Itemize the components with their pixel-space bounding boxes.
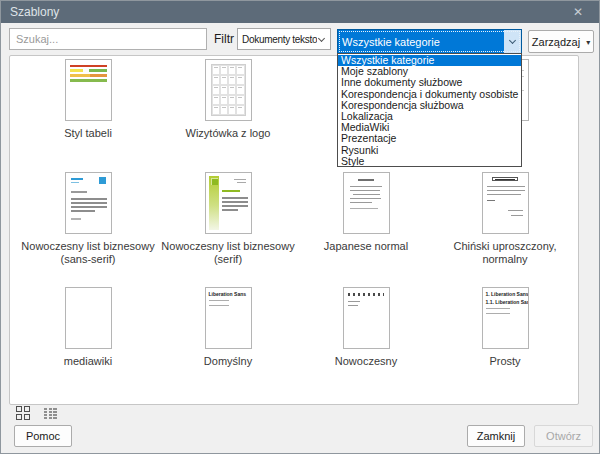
filter-label: Filtr [214, 28, 234, 50]
template-label: Nowoczesny list biznesowy (sans-serif) [21, 240, 154, 266]
template-thumbnail [205, 59, 252, 121]
close-icon[interactable]: ✕ [557, 1, 599, 23]
category-dropdown-list: Wszystkie kategorie Moje szablony Inne d… [337, 53, 522, 167]
template-item-prosty[interactable]: 1. Liberation Sans 1.1. Liberation Sans … [435, 287, 575, 368]
help-button[interactable]: Pomoc [14, 425, 72, 447]
template-thumbnail [205, 172, 252, 234]
manage-button[interactable]: Zarządzaj ▾ [528, 30, 594, 53]
category-option-style[interactable]: Style [338, 156, 521, 167]
template-label: Styl tabeli [64, 127, 112, 140]
template-thumbnail [482, 172, 529, 234]
template-thumbnail: 1. Liberation Sans 1.1. Liberation Sans [482, 287, 529, 349]
thumb-text: 1. Liberation Sans [486, 291, 529, 297]
templates-dialog: Szablony ✕ Filtr Dokumenty tekstowe Wszy… [0, 0, 600, 454]
template-thumbnail [65, 172, 112, 234]
manage-button-label: Zarządzaj [532, 36, 580, 48]
close-button-label: Zamknij [477, 430, 516, 442]
template-thumbnail [343, 287, 390, 349]
category-option-moje-szablony[interactable]: Moje szablony [338, 66, 521, 77]
thumb-text: 1.1. Liberation Sans [486, 299, 529, 305]
template-label: Chiński uproszczony, normalny [435, 240, 575, 266]
search-input[interactable] [9, 28, 207, 50]
close-dialog-button[interactable]: Zamknij [467, 425, 525, 447]
titlebar: Szablony [1, 1, 599, 23]
category-option-korespondencja-sluzbowa[interactable]: Korespondencja służbowa [338, 100, 521, 111]
category-option-rysunki[interactable]: Rysunki [338, 145, 521, 156]
template-label: Domyślny [204, 355, 252, 368]
combobox-arrow-button[interactable] [504, 30, 521, 53]
template-label: Nowoczesny [335, 355, 397, 368]
template-label: Wizytówka z logo [186, 127, 271, 140]
template-label: Prosty [489, 355, 520, 368]
template-item-list-biznesowy-serif[interactable]: Nowoczesny list biznesowy (serif) [158, 172, 298, 266]
template-item-styl-tabeli[interactable]: Styl tabeli [18, 59, 158, 140]
template-thumbnail [343, 172, 390, 234]
template-label: mediawiki [64, 355, 112, 368]
template-item-japanese-normal[interactable]: Japanese normal [296, 172, 436, 253]
category-combobox[interactable]: Wszystkie kategorie [337, 29, 522, 54]
chevron-down-icon [509, 37, 516, 44]
document-type-value: Dokumenty tekstowe [238, 34, 317, 45]
template-thumbnail [65, 287, 112, 349]
category-option-prezentacje[interactable]: Prezentacje [338, 133, 521, 144]
chevron-down-icon [318, 34, 325, 41]
dialog-title: Szablony [1, 5, 59, 19]
template-label: Nowoczesny list biznesowy (serif) [161, 240, 294, 266]
thumb-text: Liberation Sans [209, 291, 247, 297]
category-option-lokalizacja[interactable]: Lokalizacja [338, 111, 521, 122]
template-item-nowoczesny[interactable]: Nowoczesny [296, 287, 436, 368]
template-item-chinski-uproszczony[interactable]: Chiński uproszczony, normalny [435, 172, 575, 266]
business-card-grid [211, 64, 246, 116]
template-item-domyslny[interactable]: Liberation Sans Domyślny [158, 287, 298, 368]
open-button[interactable]: Otwórz [534, 425, 593, 447]
help-button-label: Pomoc [26, 430, 60, 442]
category-option-mediawiki[interactable]: MediaWiki [338, 122, 521, 133]
category-value: Wszystkie kategorie [338, 36, 504, 48]
document-type-combobox[interactable]: Dokumenty tekstowe [237, 28, 331, 50]
template-item-mediawiki[interactable]: mediawiki [18, 287, 158, 368]
open-button-label: Otwórz [546, 430, 581, 442]
template-item-list-biznesowy-sans[interactable]: Nowoczesny list biznesowy (sans-serif) [18, 172, 158, 266]
category-option-korespondencja-i-dokumenty-osobiste[interactable]: Korespondencja i dokumenty osobiste [338, 89, 521, 100]
category-option-inne-dokumenty-sluzbowe[interactable]: Inne dokumenty służbowe [338, 77, 521, 88]
category-option-wszystkie-kategorie[interactable]: Wszystkie kategorie [338, 55, 521, 66]
list-view-icon[interactable] [44, 407, 58, 419]
template-item-wizytowka-z-logo[interactable]: Wizytówka z logo [158, 59, 298, 140]
dropdown-triangle-icon: ▾ [586, 38, 590, 47]
template-label: Japanese normal [324, 240, 408, 253]
template-thumbnail [65, 59, 112, 121]
template-thumbnail: Liberation Sans [205, 287, 252, 349]
thumbnail-view-icon[interactable] [16, 406, 30, 420]
